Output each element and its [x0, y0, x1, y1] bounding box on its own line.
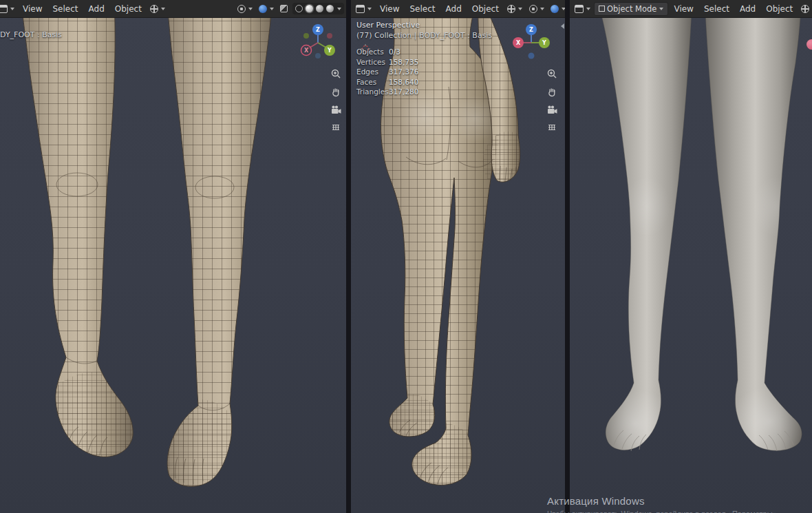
zoom-icon: [330, 68, 341, 79]
show-overlays-dropdown[interactable]: [256, 3, 277, 15]
chevron-down-icon: [540, 8, 544, 10]
model-legs-front-shaded[interactable]: [570, 0, 812, 513]
pan-view-button[interactable]: [544, 84, 559, 99]
gizmo-x-negative-handle[interactable]: [327, 33, 332, 39]
stat-label: Vertices: [356, 57, 389, 67]
navigation-gizmo[interactable]: Z Y X: [297, 22, 339, 63]
add-menu[interactable]: Add: [735, 2, 760, 16]
camera-icon: [546, 104, 558, 115]
camera-icon: [330, 104, 342, 115]
gizmo-z-negative-handle[interactable]: [315, 53, 321, 59]
xray-toggle-button[interactable]: [277, 3, 290, 14]
editor-type-button[interactable]: [572, 3, 593, 15]
select-menu[interactable]: Select: [405, 2, 440, 16]
stat-value: 0/3: [389, 48, 400, 56]
grid-icon: [330, 122, 341, 133]
globe-icon: [801, 5, 809, 13]
add-menu[interactable]: Add: [441, 2, 467, 16]
mode-label: Object Mode: [607, 4, 656, 14]
toggle-ortho-button[interactable]: [544, 120, 559, 135]
gizmo-icon: [529, 5, 537, 13]
shading-wireframe-button[interactable]: [295, 5, 303, 12]
viewport-divider[interactable]: [565, 0, 570, 513]
transform-orientation-dropdown[interactable]: [147, 3, 168, 15]
select-menu[interactable]: Select: [47, 2, 83, 16]
editor-type-button[interactable]: [0, 3, 17, 15]
viewport1-header: View Select Add Object: [0, 0, 346, 18]
viewport2-header: View Select Add Object: [351, 0, 565, 18]
shading-solid-button[interactable]: [306, 5, 313, 12]
viewport-divider[interactable]: [346, 0, 351, 513]
scene-statistics: Objects0/3 Vertices158,735 Edges317,376 …: [356, 47, 418, 97]
viewport3-header: Object Mode View Select Add Object: [570, 0, 812, 18]
chevron-down-icon: [659, 8, 663, 10]
pan-view-button[interactable]: [328, 84, 343, 99]
chevron-down-icon: [161, 8, 165, 10]
stat-value: 317,376: [389, 67, 418, 76]
zoom-view-button[interactable]: [328, 66, 343, 81]
stat-label: Edges: [356, 67, 389, 77]
shading-options-dropdown[interactable]: [337, 8, 341, 10]
chevron-down-icon: [248, 8, 253, 10]
hand-icon: [546, 86, 557, 97]
shading-material-button[interactable]: [316, 5, 323, 12]
globe-icon: [150, 5, 158, 13]
chevron-down-icon: [270, 8, 274, 10]
camera-view-button[interactable]: [328, 102, 343, 117]
editor-type-button[interactable]: [353, 3, 374, 15]
stat-row: Edges317,376: [356, 67, 418, 77]
viewport-nav-tools: [328, 66, 343, 135]
right-leg-shaded[interactable]: [705, 0, 802, 450]
view-menu[interactable]: View: [18, 2, 47, 16]
viewport-2[interactable]: View Select Add Object: [351, 0, 565, 513]
stat-value: 158,640: [389, 78, 418, 86]
viewport-nav-tools: [544, 66, 559, 135]
svg-text:Z: Z: [529, 27, 533, 33]
object-menu[interactable]: Object: [761, 2, 798, 16]
glute-highlight: [398, 92, 453, 139]
shading-mode-group: [292, 3, 344, 14]
stat-label: Faces: [356, 77, 389, 87]
svg-text:Y: Y: [542, 40, 546, 46]
stat-value: 317,280: [389, 87, 418, 96]
chevron-down-icon: [518, 8, 522, 10]
transform-orientation-dropdown[interactable]: [798, 3, 812, 15]
navigation-gizmo[interactable]: Z Y X: [511, 22, 552, 63]
transform-orientation-dropdown[interactable]: [504, 3, 525, 15]
mode-dropdown[interactable]: Object Mode: [594, 2, 668, 16]
add-menu[interactable]: Add: [84, 2, 109, 16]
show-gizmos-dropdown[interactable]: [526, 3, 547, 15]
show-overlays-dropdown[interactable]: [548, 3, 565, 15]
hand-icon: [330, 86, 341, 97]
grid-icon: [546, 122, 557, 133]
sidebar-expand-arrow[interactable]: [561, 23, 564, 29]
model-legs-front-wireframe[interactable]: [0, 0, 346, 513]
svg-text:X: X: [516, 40, 521, 46]
view-menu[interactable]: View: [669, 2, 698, 16]
gizmo-z-negative-handle[interactable]: [528, 53, 535, 59]
overlays-sphere-icon: [551, 5, 559, 13]
3d-viewport-editor-icon: [575, 5, 584, 13]
overlays-sphere-icon: [259, 5, 267, 13]
camera-view-button[interactable]: [544, 102, 559, 117]
zoom-view-button[interactable]: [544, 66, 559, 81]
select-menu[interactable]: Select: [699, 2, 734, 16]
object-menu[interactable]: Object: [110, 2, 147, 16]
collection-object-label: (77) Collection | BODY_FOOT : Basis: [356, 31, 492, 40]
svg-text:Z: Z: [316, 27, 320, 33]
svg-text:Y: Y: [327, 48, 332, 54]
3d-viewport-editor-icon: [356, 5, 365, 13]
view-menu[interactable]: View: [375, 2, 404, 16]
object-menu[interactable]: Object: [467, 2, 504, 16]
stat-row: Vertices158,735: [356, 57, 418, 67]
object-mode-icon: [599, 6, 605, 12]
viewport-3[interactable]: Object Mode View Select Add Object: [570, 0, 812, 513]
stat-label: Triangles: [356, 87, 389, 97]
viewport-1[interactable]: View Select Add Object: [0, 0, 346, 513]
shading-highlights: [595, 176, 811, 458]
show-gizmos-dropdown[interactable]: [235, 3, 255, 15]
toggle-ortho-button[interactable]: [328, 120, 343, 135]
gizmo-y-negative-handle[interactable]: [303, 33, 309, 39]
shading-rendered-button[interactable]: [326, 5, 334, 12]
navigation-gizmo-x-handle[interactable]: [806, 39, 812, 50]
